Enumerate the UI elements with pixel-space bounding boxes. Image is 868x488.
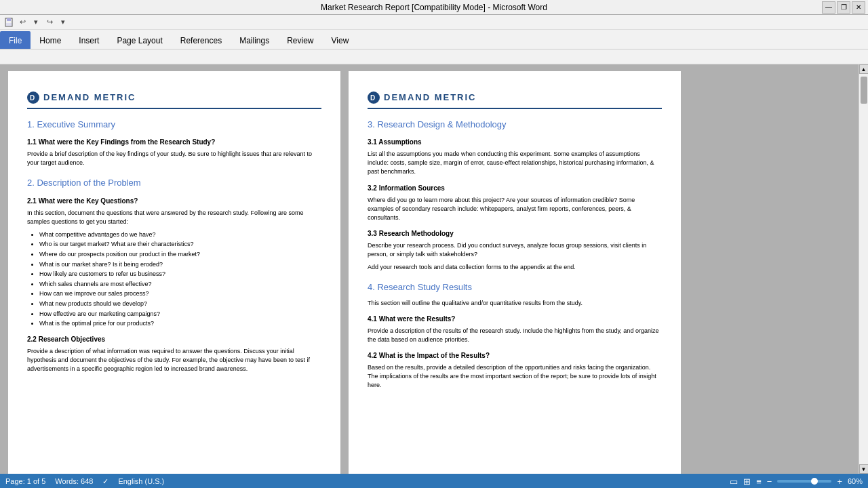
tab-review[interactable]: Review: [278, 31, 322, 49]
section2-1-body: In this section, document the questions …: [27, 209, 321, 226]
scroll-down-arrow[interactable]: ▼: [859, 464, 869, 474]
svg-text:D: D: [370, 94, 375, 102]
language-indicator[interactable]: English (U.S.): [118, 477, 164, 485]
section1-1-body: Provide a brief description of the key f…: [27, 150, 321, 167]
undo-dropdown-icon[interactable]: ▾: [30, 16, 42, 28]
page-2: D DEMAND METRIC 3. Research Design & Met…: [349, 71, 681, 474]
section3-2-heading: 3.2 Information Sources: [368, 184, 662, 193]
section2-2-heading: 2.2 Research Objectives: [27, 335, 321, 344]
zoom-level[interactable]: 60%: [848, 477, 863, 485]
page-1: D DEMAND METRIC 1. Executive Summary 1.1…: [8, 71, 340, 474]
section1-heading: 1. Executive Summary: [27, 119, 321, 131]
zoom-thumb[interactable]: [811, 478, 818, 485]
svg-text:D: D: [30, 94, 35, 102]
section4-1-body: Provide a description of the results of …: [368, 327, 662, 344]
tab-home[interactable]: Home: [31, 31, 70, 49]
list-item: What is the optimal price for our produc…: [39, 319, 321, 328]
section3-1-body: List all the assumptions you made when c…: [368, 150, 662, 176]
scroll-thumb[interactable]: [861, 77, 867, 104]
quick-access-toolbar: ↩ ▾ ↪ ▾: [0, 15, 868, 30]
bullet-list: What competitive advantages do we have? …: [39, 230, 321, 328]
pages-container: D DEMAND METRIC 1. Executive Summary 1.1…: [0, 64, 859, 474]
section4-heading: 4. Research Study Results: [368, 281, 662, 293]
view-reading-icon[interactable]: ≡: [756, 476, 762, 487]
section1-1-heading: 1.1 What were the Key Findings from the …: [27, 138, 321, 147]
close-button[interactable]: ✕: [852, 1, 865, 14]
section4-2-body: Based on the results, provide a detailed…: [368, 363, 662, 390]
tab-references[interactable]: References: [172, 31, 231, 49]
logo-icon-1: D: [27, 92, 39, 104]
list-item: How can we improve our sales process?: [39, 289, 321, 298]
minimize-button[interactable]: —: [822, 1, 835, 14]
status-bar: Page: 1 of 5 Words: 648 ✓ English (U.S.)…: [0, 474, 868, 488]
svg-rect-1: [7, 18, 11, 21]
zoom-in-icon[interactable]: +: [837, 476, 842, 487]
page-indicator: Page: 1 of 5: [5, 477, 45, 485]
tab-view[interactable]: View: [323, 31, 358, 49]
svg-rect-2: [6, 23, 12, 26]
save-icon[interactable]: [3, 16, 15, 28]
logo-text-1: DEMAND METRIC: [43, 92, 136, 104]
list-item: What new products should we develop?: [39, 300, 321, 308]
section4-2-heading: 4.2 What is the Impact of the Results?: [368, 351, 662, 361]
section3-3-body: Describe your research process. Did you …: [368, 241, 662, 259]
logo-icon-2: D: [368, 92, 380, 104]
ribbon-toolbar: [0, 49, 868, 64]
section4-1-heading: 4.1 What were the Results?: [368, 314, 662, 324]
logo-area-2: D DEMAND METRIC: [368, 92, 662, 109]
section3-1-heading: 3.1 Assumptions: [368, 138, 662, 147]
view-print-icon[interactable]: ▭: [730, 476, 738, 487]
logo-area-1: D DEMAND METRIC: [27, 92, 321, 109]
section4-intro: This section will outline the qualitativ…: [368, 299, 662, 308]
list-item: How effective are our marketing campaign…: [39, 310, 321, 319]
vertical-scrollbar[interactable]: ▲ ▼: [859, 64, 868, 474]
tab-file[interactable]: File: [0, 31, 31, 49]
zoom-slider[interactable]: [777, 480, 831, 483]
zoom-out-icon[interactable]: −: [767, 476, 772, 487]
list-item: Which sales channels are most effective?: [39, 280, 321, 289]
list-item: Who is our target market? What are their…: [39, 240, 321, 249]
restore-button[interactable]: ❐: [837, 1, 850, 14]
document-area: D DEMAND METRIC 1. Executive Summary 1.1…: [0, 64, 868, 474]
list-item: Where do our prospects position our prod…: [39, 250, 321, 259]
window-controls: — ❐ ✕: [822, 1, 865, 14]
section3-heading: 3. Research Design & Methodology: [368, 119, 662, 131]
tab-mailings[interactable]: Mailings: [231, 31, 278, 49]
section2-1-heading: 2.1 What were the Key Questions?: [27, 197, 321, 206]
view-fullscreen-icon[interactable]: ⊞: [743, 476, 751, 487]
redo-icon[interactable]: ↪: [43, 16, 56, 28]
undo-icon[interactable]: ↩: [16, 16, 28, 28]
section2-heading: 2. Description of the Problem: [27, 177, 321, 189]
list-item: What is our market share? Is it being er…: [39, 260, 321, 269]
section3-3-heading: 3.3 Research Methodology: [368, 229, 662, 239]
title-bar: Market Research Report [Compatibility Mo…: [0, 0, 868, 15]
list-item: What competitive advantages do we have?: [39, 230, 321, 239]
ribbon: File Home Insert Page Layout References …: [0, 30, 868, 49]
tab-page-layout[interactable]: Page Layout: [108, 31, 171, 49]
tab-insert[interactable]: Insert: [70, 31, 108, 49]
spell-check-icon[interactable]: ✓: [102, 477, 108, 486]
list-item: How likely are customers to refer us bus…: [39, 270, 321, 279]
section2-2-body: Provide a description of what informatio…: [27, 347, 321, 373]
word-count: Words: 648: [55, 477, 93, 485]
status-right: ▭ ⊞ ≡ − + 60%: [730, 476, 863, 487]
section3-3-body2: Add your research tools and data collect…: [368, 263, 662, 272]
section3-2-body: Where did you go to learn more about thi…: [368, 196, 662, 222]
scroll-up-arrow[interactable]: ▲: [859, 64, 869, 74]
logo-text-2: DEMAND METRIC: [384, 92, 477, 104]
ribbon-tabs: File Home Insert Page Layout References …: [0, 30, 868, 49]
window-title: Market Research Report [Compatibility Mo…: [321, 3, 547, 12]
customize-icon[interactable]: ▾: [57, 16, 69, 28]
